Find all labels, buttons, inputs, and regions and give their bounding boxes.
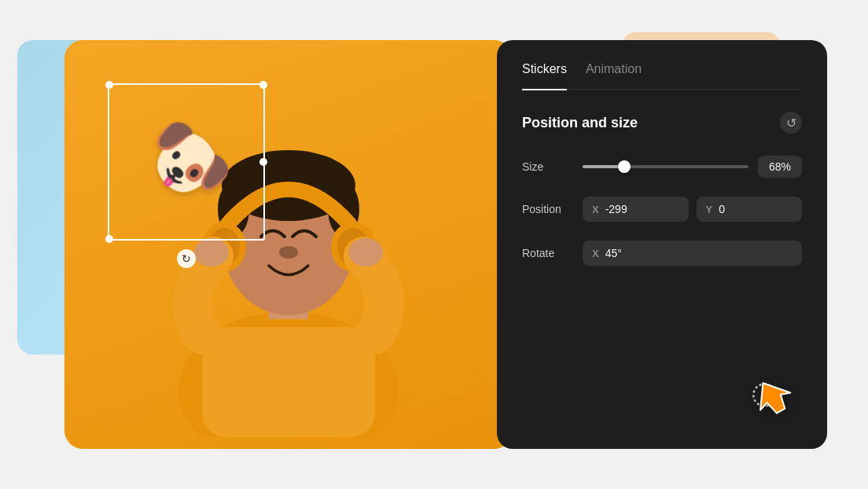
svg-point-15 xyxy=(348,238,383,267)
x-axis-label: X xyxy=(592,204,599,215)
position-inputs: X -299 Y 0 xyxy=(583,197,802,222)
section-title-row: Position and size ↺ xyxy=(522,112,802,134)
scene: 🐶 ↻ Stickers Animation Position and size… xyxy=(41,24,827,465)
rotate-value: 45° xyxy=(605,247,622,259)
tab-animation[interactable]: Animation xyxy=(586,62,642,79)
cursor-indicator xyxy=(748,367,804,425)
photo-background: 🐶 ↻ xyxy=(64,40,513,449)
handle-top-left[interactable] xyxy=(105,81,113,89)
position-label: Position xyxy=(522,203,573,215)
svg-rect-1 xyxy=(202,327,375,437)
photo-card: 🐶 ↻ xyxy=(64,40,513,449)
handle-top-right[interactable] xyxy=(259,81,267,89)
svg-point-9 xyxy=(279,246,298,259)
svg-marker-17 xyxy=(749,373,796,419)
y-axis-label: Y xyxy=(706,204,713,215)
x-value: -299 xyxy=(605,203,627,215)
control-panel: Stickers Animation Position and size ↺ S… xyxy=(497,40,827,449)
rotate-handle[interactable]: ↻ xyxy=(177,249,196,268)
rotate-axis-label: X xyxy=(592,248,599,259)
size-label: Size xyxy=(522,160,573,173)
svg-point-14 xyxy=(194,238,229,267)
sticker-container[interactable]: 🐶 ↻ xyxy=(108,83,265,241)
position-y-box[interactable]: Y 0 xyxy=(697,197,803,222)
arrow-cursor-icon xyxy=(748,367,804,422)
size-value: 68% xyxy=(758,156,802,178)
tab-stickers[interactable]: Stickers xyxy=(522,62,567,90)
size-control-row: Size 68% xyxy=(522,156,802,178)
y-value: 0 xyxy=(719,203,725,215)
handle-mid-right[interactable] xyxy=(259,158,267,166)
handle-bottom-left[interactable] xyxy=(105,235,113,243)
size-slider[interactable] xyxy=(583,165,748,168)
reset-button[interactable]: ↺ xyxy=(780,112,802,134)
rotate-label: Rotate xyxy=(522,247,573,259)
rotate-x-box[interactable]: X 45° xyxy=(583,241,802,266)
slider-thumb[interactable] xyxy=(618,160,631,173)
position-x-box[interactable]: X -299 xyxy=(583,197,689,222)
section-title: Position and size xyxy=(522,115,638,131)
rotate-control-row: Rotate X 45° xyxy=(522,241,802,266)
position-control-row: Position X -299 Y 0 xyxy=(522,197,802,222)
tabs-container: Stickers Animation xyxy=(522,62,802,90)
